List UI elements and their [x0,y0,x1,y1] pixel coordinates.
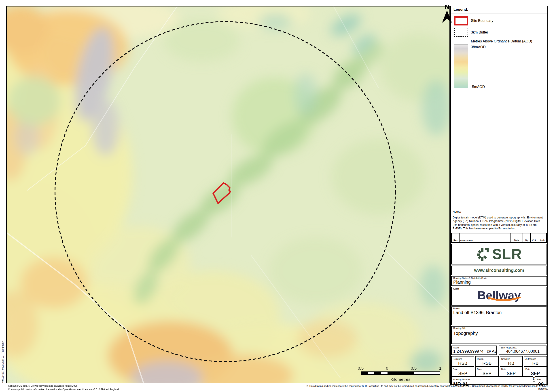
os-copyright-line: Contains OS data © Crown copyright and d… [8,384,119,388]
sheet-reference-sidetext: 404.064677.00001 MR-01 - Topography [1,341,4,383]
ogl-copyright-line: Contains public sector information licen… [8,388,119,391]
slr-copyright-line: © This drawing and its content are the c… [304,385,548,390]
aod-title: Metres Above Ordnance Datum (AOD) [471,39,532,43]
topography-map [7,7,450,383]
bellway-swoosh-icon [488,297,521,302]
scalebar-tick: 0.5 [411,366,416,371]
status-value: Planning [453,280,545,285]
slr-wordmark: SLR [492,248,522,261]
drawn-label: Drawn [477,358,483,360]
project-value: Land off B1396, Branton [453,310,545,315]
date-label: Date [526,368,530,371]
drawing-title-label: Drawing Title [453,327,545,330]
attribution-left: Contains OS data © Crown copyright and d… [8,384,119,391]
date-label: Date [501,368,506,371]
scale-paper: @ A3 [487,349,497,354]
revision-label: Rev. [537,378,541,381]
scale-box: Scale 1:24,999.999974 @ A3 [451,346,497,355]
elevation-gradient [454,44,468,88]
drawing-number-box: Drawing Number MR-01 [451,376,533,385]
status-label: Drawing Status & Suitability Code [453,277,545,280]
drawing-title-value: Topography [453,331,545,336]
title-block-panel: Legend: Site Boundary 3km Buffer Metres … [450,6,548,385]
date-col-header: Date [510,238,523,242]
drawing-sheet: N 0.5 0 0.5 1 Kilometres Legend: Site Bo… [0,0,555,392]
site-boundary-label: Site Boundary [471,16,494,25]
checked-value: RB [501,361,521,366]
slr-asterisk-icon [476,247,490,261]
north-arrow: N [442,4,452,24]
project-number-label: SLR Project No. [501,346,545,349]
aod-min-label: -5mAOD [471,85,485,89]
project-number-box: SLR Project No. 404.064677.00001 [499,346,547,355]
drawing-status-box: Drawing Status & Suitability Code Planni… [451,276,547,286]
auth-col-header: Auth [538,238,547,242]
amendments-col-header: Amendments [459,238,510,242]
authorised-value: RB [526,361,545,366]
date-row: DateSEP 2025 DateSEP 2025 DateSEP 2025 D… [451,366,547,375]
authorised-label: Authorised [526,358,536,360]
by-col-header: By [523,238,530,242]
slr-logo: SLR [451,244,547,264]
people-row: DesignedRSB DrawnRSB CheckedRB Authorise… [451,356,547,365]
date-label: Date [477,368,482,371]
drawing-title-box: Drawing Title Topography [451,326,547,344]
site-boundary-swatch [454,16,468,25]
rev-col-header: Rev [452,238,459,242]
scalebar-bar [361,371,440,375]
north-arrow-icon [442,10,452,23]
date-label: Date [453,368,458,371]
scalebar-tick: 0.5 [358,366,364,371]
bellway-logo: Bellway [477,289,521,301]
project-box: Project Land off B1396, Branton [451,306,547,325]
revision-table: Rev Amendments Date By Chk Auth [451,233,547,243]
notes-body: Digital terrain model (DTM) used to gene… [453,216,545,230]
buffer-swatch [454,28,468,37]
drawn-value: RSB [477,361,497,366]
scalebar-tick: 1 [439,366,442,371]
scalebar-tick: 0 [386,366,388,371]
buffer-label: 3km Buffer [471,28,488,37]
slr-website[interactable]: www.slrconsulting.com [451,266,547,275]
scale-label: Scale [453,346,495,349]
map-canvas[interactable] [6,6,450,383]
client-box: Client Bellway [451,287,547,306]
checked-label: Checked [501,358,510,360]
drawing-number-label: Drawing Number [453,378,470,381]
aod-max-label: 38mAOD [471,45,486,49]
north-label: N [442,4,452,10]
notes-title: Notes: [453,210,461,213]
chk-col-header: Chk [530,238,538,242]
project-label: Project [453,307,545,310]
designed-label: Designed [453,358,462,360]
legend-title: Legend: [451,6,548,13]
revision-box: Rev. 00 [535,376,547,385]
scale-value: 1:24,999.999974 [453,349,483,354]
designed-value: RSB [453,361,473,366]
project-number-value: 404.064677.00001 [501,349,545,354]
scalebar-unit: Kilometres [361,377,440,382]
